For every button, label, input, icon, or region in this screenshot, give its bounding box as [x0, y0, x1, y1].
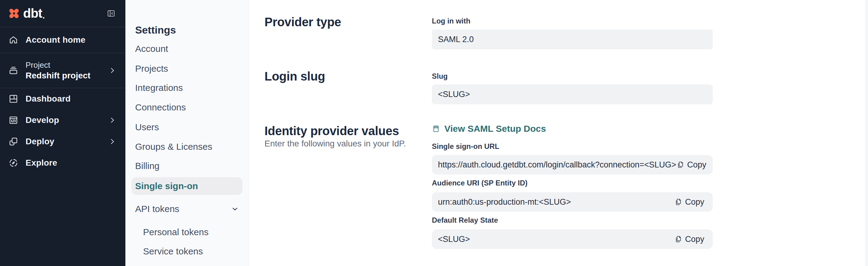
settings-item-label: Single sign-on — [135, 181, 198, 191]
settings-item-projects[interactable]: Projects — [135, 62, 168, 75]
deploy-icon — [8, 136, 19, 147]
settings-item-billing[interactable]: Billing — [135, 160, 159, 172]
sidebar-item-label: Deploy — [26, 137, 55, 147]
idp-values-heading: Identity provider values — [265, 124, 399, 138]
default-relay-state-field: <SLUG> Copy — [432, 230, 713, 249]
dbt-logo[interactable]: dbt — [7, 6, 42, 21]
chevron-down-icon — [231, 205, 239, 213]
sidebar-item-label: Dashboard — [26, 94, 71, 104]
dbt-logo-text: dbt — [23, 6, 42, 21]
slug-input[interactable]: <SLUG> — [432, 84, 713, 104]
audience-uri-field: urn:auth0:us-production-mt:<SLUG> Copy — [432, 192, 713, 212]
sidebar-item-project[interactable]: Project Redshift project — [0, 53, 125, 88]
chevron-right-icon — [108, 66, 116, 74]
project-labels: Project Redshift project — [26, 60, 90, 81]
log-in-with-label: Log in with — [432, 17, 470, 25]
sidebar-item-dashboard[interactable]: Dashboard — [0, 88, 125, 109]
provider-type-heading: Provider type — [265, 15, 341, 29]
chevron-right-icon — [108, 116, 116, 124]
slug-value: <SLUG> — [438, 90, 470, 99]
settings-item-integrations[interactable]: Integrations — [135, 82, 183, 94]
chevron-right-icon — [108, 138, 116, 145]
project-label: Project — [26, 60, 90, 70]
sso-url-label: Single sign-on URL — [432, 142, 499, 151]
settings-item-groups-licenses[interactable]: Groups & Licenses — [135, 141, 212, 153]
primary-sidebar: dbt Account home Project Redshift pro — [0, 0, 125, 266]
settings-item-label: API tokens — [135, 203, 179, 215]
sidebar-header: dbt — [0, 0, 125, 27]
sidebar-item-develop[interactable]: Develop — [0, 109, 125, 131]
provider-type-input[interactable]: SAML 2.0 — [432, 30, 713, 49]
copy-sso-url-button[interactable]: Copy — [676, 160, 706, 169]
sso-url-field: https://auth.cloud.getdbt.com/login/call… — [432, 155, 713, 175]
sso-url-value: https://auth.cloud.getdbt.com/login/call… — [438, 160, 676, 169]
settings-item-api-tokens[interactable]: API tokens — [135, 203, 239, 215]
settings-item-account[interactable]: Account — [135, 43, 168, 55]
scrollbar[interactable] — [866, 0, 868, 266]
project-stack-icon — [8, 65, 19, 76]
copy-relay-state-button[interactable]: Copy — [674, 235, 704, 244]
settings-item-connections[interactable]: Connections — [135, 101, 186, 113]
sidebar-item-label: Account home — [26, 35, 86, 45]
default-relay-state-value: <SLUG> — [438, 235, 470, 244]
settings-item-single-sign-on-active[interactable]: Single sign-on — [131, 177, 243, 195]
slug-label: Slug — [432, 72, 448, 81]
docs-icon — [432, 124, 440, 133]
sidebar-item-label: Develop — [26, 115, 59, 125]
login-slug-heading: Login slug — [265, 70, 325, 83]
copy-icon — [674, 198, 682, 206]
copy-icon — [674, 235, 682, 243]
sso-settings-content: Provider type Log in with SAML 2.0 Login… — [249, 0, 868, 266]
sidebar-item-account-home[interactable]: Account home — [0, 27, 125, 53]
docs-link-label: View SAML Setup Docs — [444, 124, 546, 134]
explore-compass-icon — [8, 158, 19, 168]
settings-sidebar: Settings Account Projects Integrations C… — [125, 0, 249, 266]
provider-type-value: SAML 2.0 — [438, 35, 474, 44]
collapse-sidebar-icon[interactable] — [107, 9, 115, 18]
dashboard-icon — [8, 94, 19, 104]
sidebar-item-label: Explore — [26, 158, 57, 168]
dbt-cloud-app: dbt Account home Project Redshift pro — [0, 0, 868, 266]
settings-title: Settings — [135, 24, 176, 36]
dbt-logo-icon — [7, 7, 21, 20]
settings-item-service-tokens[interactable]: Service tokens — [143, 245, 203, 258]
sidebar-item-deploy[interactable]: Deploy — [0, 131, 125, 152]
project-name: Redshift project — [26, 70, 90, 81]
view-saml-setup-docs-link[interactable]: View SAML Setup Docs — [432, 124, 546, 134]
copy-button-label: Copy — [687, 160, 706, 169]
home-icon — [8, 35, 19, 45]
copy-button-label: Copy — [685, 197, 704, 207]
default-relay-state-label: Default Relay State — [432, 216, 498, 224]
copy-audience-uri-button[interactable]: Copy — [674, 197, 704, 207]
develop-code-icon — [8, 115, 19, 125]
settings-item-personal-tokens[interactable]: Personal tokens — [143, 226, 209, 238]
audience-uri-value: urn:auth0:us-production-mt:<SLUG> — [438, 197, 571, 207]
copy-icon — [676, 160, 684, 169]
sidebar-item-explore[interactable]: Explore — [0, 152, 125, 174]
copy-button-label: Copy — [685, 235, 704, 244]
audience-uri-label: Audience URI (SP Entity ID) — [432, 179, 527, 187]
settings-item-users[interactable]: Users — [135, 121, 159, 133]
idp-values-subheading: Enter the following values in your IdP. — [265, 139, 406, 149]
